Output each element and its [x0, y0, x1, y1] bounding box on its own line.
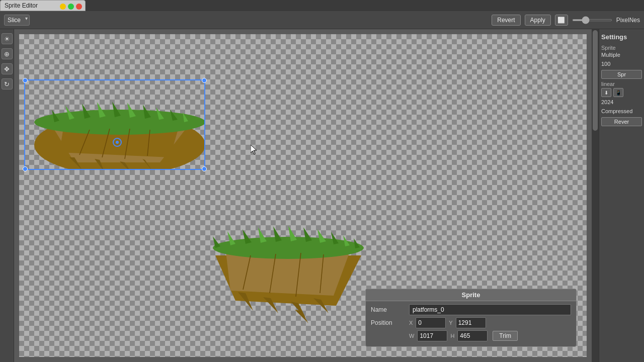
position-label: Position [371, 319, 406, 326]
download-icon-btn[interactable]: ⬇ [601, 88, 611, 97]
sprite-info-header: Sprite [366, 289, 576, 301]
pixel-snap-label: PixelNes [616, 17, 640, 24]
zoom-slider[interactable] [572, 19, 612, 21]
name-row: Name [371, 304, 571, 315]
cursor [251, 145, 259, 155]
title-bar-buttons [60, 4, 82, 10]
name-input[interactable] [409, 304, 571, 315]
filter-label: linear [601, 81, 642, 87]
settings-title: Settings [601, 33, 642, 41]
w-input[interactable] [417, 330, 447, 341]
sprite-label-text: Sprite [601, 45, 642, 51]
right-panel: Settings Sprite Multiple 100 Spr linear … [599, 29, 644, 362]
display-toggle-button[interactable]: ⬜ [555, 15, 568, 26]
tool-move[interactable]: ✥ [2, 63, 13, 74]
h-label: H [450, 333, 454, 339]
position-row: Position X Y [371, 317, 571, 328]
x-input[interactable] [416, 317, 446, 328]
slice-select-wrap: Slice [4, 15, 30, 26]
compressed-value: Compressed [601, 108, 642, 114]
svg-marker-47 [251, 145, 257, 154]
checker-background: Sprite Name Position X Y W [19, 34, 587, 357]
device-icon-btn[interactable]: 📱 [613, 88, 623, 97]
sprite-info-panel: Sprite Name Position X Y W [365, 289, 577, 347]
sprite-info-body: Name Position X Y W H [366, 301, 576, 346]
revert-side-btn[interactable]: Rever [601, 117, 642, 126]
title-bar: Sprite Editor [0, 0, 86, 11]
svg-point-31 [213, 237, 364, 259]
size-row: W H Trim [371, 330, 571, 341]
mode-value: Multiple [601, 52, 642, 58]
y-label: Y [449, 320, 452, 326]
format-value: 2024 [601, 99, 642, 105]
tool-rotate[interactable]: ↻ [2, 78, 13, 89]
svg-point-23 [116, 141, 119, 144]
h-input[interactable] [457, 330, 488, 341]
island-sprite-1 [24, 79, 205, 170]
title-bar-text: Sprite Editor [5, 2, 38, 9]
island-sprite-2 [205, 215, 376, 326]
canvas-area[interactable]: Sprite Name Position X Y W [14, 29, 592, 362]
sprite-btn[interactable]: Spr [601, 70, 642, 79]
left-toolbar: ☀ ⊕ ✥ ↻ [0, 29, 14, 362]
revert-button[interactable]: Revert [492, 15, 520, 26]
y-input[interactable] [456, 317, 486, 328]
slice-select[interactable]: Slice [4, 15, 30, 26]
icon-row: ⬇ 📱 [601, 88, 642, 97]
top-toolbar: Slice Revert Apply ⬜ PixelNes [0, 11, 644, 29]
w-label: W [409, 333, 414, 339]
name-label: Name [371, 306, 406, 313]
scrollbar-thumb[interactable] [593, 30, 598, 131]
maximize-button[interactable] [68, 4, 74, 10]
minimize-button[interactable] [60, 4, 66, 10]
close-button[interactable] [76, 4, 82, 10]
tool-zoom[interactable]: ⊕ [2, 48, 13, 59]
pixels-per-unit: 100 [601, 61, 642, 67]
x-label: X [409, 320, 413, 326]
scrollbar-vertical[interactable] [592, 29, 599, 362]
tool-sun[interactable]: ☀ [2, 33, 13, 44]
apply-button[interactable]: Apply [525, 15, 551, 26]
svg-point-7 [34, 110, 205, 135]
trim-button[interactable]: Trim [493, 331, 518, 341]
